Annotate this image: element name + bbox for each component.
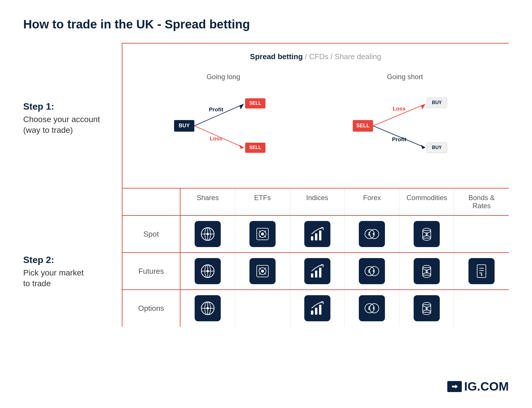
svg-text:BUY: BUY — [179, 123, 190, 128]
svg-text:£: £ — [368, 269, 371, 273]
icon-options-forex: £ € — [359, 295, 385, 321]
cell-options-shares[interactable] — [180, 290, 235, 327]
icon-spot-etfs — [249, 221, 276, 247]
cell-options-bonds — [454, 290, 509, 327]
cell-futures-shares[interactable] — [180, 253, 235, 289]
trading-separator: / — [305, 52, 309, 61]
col-commodities: Commodities — [399, 188, 454, 215]
svg-text:SELL: SELL — [249, 101, 261, 106]
svg-rect-61 — [319, 268, 321, 278]
svg-point-90 — [426, 308, 428, 310]
going-long-diagram: BUY SELL SELL — [171, 90, 276, 165]
cell-futures-etfs[interactable] — [235, 253, 290, 289]
market-header-row: Shares ETFs Indices Forex Commodities Bo… — [122, 188, 509, 216]
row-label-options: Options — [122, 290, 180, 327]
cell-spot-shares[interactable] — [180, 216, 235, 252]
options-cells: £ € — [180, 290, 509, 327]
svg-marker-17 — [421, 145, 425, 149]
cell-options-etfs — [235, 290, 290, 327]
icon-futures-indices — [304, 258, 330, 284]
cell-futures-forex[interactable]: £ € — [345, 253, 399, 289]
svg-rect-91 — [452, 386, 456, 387]
cell-futures-commodities[interactable] — [399, 253, 454, 289]
svg-rect-38 — [319, 231, 321, 240]
col-forex: Forex — [345, 188, 399, 215]
step2-desc: Pick your marketto trade — [23, 268, 116, 289]
cell-spot-commodities[interactable] — [399, 216, 454, 252]
row-label-futures: Futures — [122, 253, 180, 289]
trading-type-header: Spread betting / CFDs / Share dealing — [134, 52, 497, 61]
trading-type-share[interactable]: Share dealing — [335, 52, 381, 61]
active-trading-type[interactable]: Spread betting — [250, 52, 303, 61]
svg-rect-37 — [315, 233, 317, 240]
svg-marker-3 — [239, 104, 244, 109]
svg-text:€: € — [373, 306, 375, 311]
cell-options-indices[interactable] — [290, 290, 345, 327]
svg-text:€: € — [373, 232, 375, 236]
svg-point-31 — [261, 233, 264, 235]
market-row-futures: Futures — [122, 253, 509, 290]
trading-type-cfds[interactable]: CFDs — [309, 52, 328, 61]
svg-text:Loss: Loss — [393, 106, 406, 112]
ig-logo-arrow-box — [447, 381, 462, 392]
svg-rect-81 — [315, 308, 317, 315]
svg-rect-82 — [319, 305, 321, 315]
cell-spot-bonds — [454, 216, 509, 252]
right-content: Spread betting / CFDs / Share dealing Go… — [122, 43, 509, 327]
step1-section: Step 1: Choose your account(way to trade… — [23, 43, 122, 194]
icon-spot-commodities — [414, 221, 440, 247]
col-indices: Indices — [290, 188, 345, 215]
cell-spot-indices[interactable] — [290, 216, 345, 252]
svg-text:BUY: BUY — [432, 100, 442, 105]
cell-futures-indices[interactable] — [290, 253, 345, 289]
svg-text:£: £ — [368, 306, 371, 311]
cell-futures-bonds[interactable]: $ — [454, 253, 509, 289]
ig-logo-text: IG.COM — [464, 380, 509, 394]
icon-spot-shares — [195, 221, 221, 247]
svg-point-46 — [426, 234, 428, 236]
svg-rect-80 — [311, 311, 313, 315]
market-section: Shares ETFs Indices Forex Commodities Bo… — [122, 188, 509, 327]
market-data-rows: Spot — [122, 216, 509, 327]
svg-text:Loss: Loss — [210, 135, 222, 142]
icon-options-shares — [195, 295, 221, 321]
market-row-spot: Spot — [122, 216, 509, 253]
going-short-label: Going short — [387, 73, 423, 81]
step1-desc: Choose your account(way to trade) — [23, 114, 116, 135]
svg-text:SELL: SELL — [249, 145, 261, 150]
step2-title: Step 2: — [23, 255, 116, 265]
going-long-group: Going long BUY — [171, 73, 276, 165]
svg-marker-5 — [239, 145, 244, 149]
icon-futures-shares — [195, 258, 221, 284]
svg-text:Profit: Profit — [392, 136, 406, 142]
svg-marker-15 — [421, 104, 425, 109]
icon-futures-commodities — [414, 258, 440, 284]
cell-options-commodities[interactable] — [399, 290, 454, 327]
col-etfs: ETFs — [235, 188, 290, 215]
spot-cells: £ € — [180, 216, 509, 252]
svg-text:BUY: BUY — [432, 145, 442, 150]
market-col-headers: Shares ETFs Indices Forex Commodities Bo… — [180, 188, 509, 215]
svg-text:$: $ — [481, 273, 482, 276]
icon-futures-bonds: $ — [468, 258, 495, 284]
cell-spot-forex[interactable]: £ € — [345, 216, 399, 252]
diagram-section: Spread betting / CFDs / Share dealing Go… — [122, 43, 509, 188]
svg-point-54 — [261, 270, 264, 273]
svg-rect-60 — [315, 271, 317, 278]
futures-cells: £ € — [180, 253, 509, 289]
diagrams-row: Going long BUY — [134, 70, 497, 165]
svg-text:SELL: SELL — [356, 123, 370, 128]
step1-title: Step 1: — [23, 101, 116, 112]
step2-section: Step 2: Pick your marketto trade — [23, 194, 122, 327]
svg-text:€: € — [373, 269, 375, 273]
row-label-spot: Spot — [122, 216, 180, 252]
market-row-options: Options — [122, 290, 509, 327]
svg-marker-92 — [455, 385, 458, 389]
content-area: Step 1: Choose your account(way to trade… — [23, 43, 509, 327]
svg-rect-59 — [311, 273, 313, 278]
ig-logo: IG.COM — [447, 380, 509, 394]
cell-spot-etfs[interactable] — [235, 216, 290, 252]
icon-spot-indices — [304, 221, 330, 247]
header-row-label-cell — [122, 188, 180, 215]
cell-options-forex[interactable]: £ € — [345, 290, 399, 327]
